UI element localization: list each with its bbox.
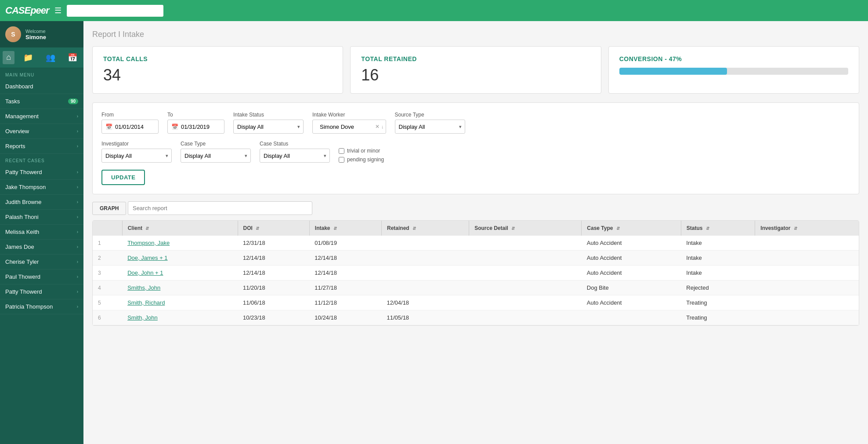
status-cell: Treating bbox=[681, 310, 755, 325]
sidebar-item-james-doe[interactable]: James Doe › bbox=[0, 240, 83, 255]
intake-cell: 11/27/18 bbox=[309, 280, 381, 295]
source-type-label: Source Type bbox=[395, 112, 465, 118]
checkbox-group: trivial or minor pending signing bbox=[339, 148, 384, 163]
page-title: Report I Intake bbox=[92, 30, 859, 39]
source-type-select[interactable]: Display All bbox=[395, 120, 465, 134]
col-intake[interactable]: Intake ⇵ bbox=[309, 221, 381, 236]
dropdown-icon[interactable]: ↓ bbox=[381, 124, 384, 129]
case-type-cell: Auto Accident bbox=[582, 295, 681, 310]
tasks-badge: 90 bbox=[68, 98, 78, 104]
row-num: 6 bbox=[93, 310, 122, 325]
chevron-icon: › bbox=[77, 144, 78, 149]
sidebar-item-dashboard[interactable]: Dashboard bbox=[0, 79, 83, 94]
col-status[interactable]: Status ⇵ bbox=[681, 221, 755, 236]
sidebar-item-paul-thowerd[interactable]: Paul Thowerd › bbox=[0, 269, 83, 284]
sidebar-item-tasks[interactable]: Tasks 90 bbox=[0, 94, 83, 109]
retained-cell bbox=[381, 266, 469, 280]
logo: CASEpeer bbox=[5, 5, 49, 16]
total-retained-value: 16 bbox=[361, 66, 590, 84]
search-report-input[interactable] bbox=[128, 201, 312, 215]
from-date-input[interactable] bbox=[115, 124, 155, 130]
graph-button[interactable]: GRAPH bbox=[92, 202, 126, 215]
user-section: S Welcome Simone bbox=[0, 21, 83, 47]
intake-cell: 10/24/18 bbox=[309, 310, 381, 325]
conversion-label: CONVERSION - 47% bbox=[619, 55, 848, 62]
stats-row: TOTAL CALLS 34 TOTAL RETAINED 16 CONVERS… bbox=[92, 46, 859, 94]
chevron-icon: › bbox=[77, 114, 78, 119]
client-cell[interactable]: Doe, John + 1 bbox=[122, 266, 238, 280]
source-detail-cell bbox=[469, 251, 582, 266]
people-icon[interactable]: 👥 bbox=[42, 51, 59, 64]
total-retained-card: TOTAL RETAINED 16 bbox=[350, 46, 601, 94]
total-calls-value: 34 bbox=[103, 66, 332, 84]
clear-icon[interactable]: ✕ bbox=[375, 124, 380, 130]
folder-icon[interactable]: 📁 bbox=[20, 51, 36, 64]
case-type-cell: Dog Bite bbox=[582, 280, 681, 295]
case-type-cell bbox=[582, 310, 681, 325]
sidebar-item-patty-thowerd-2[interactable]: Patty Thowerd › bbox=[0, 284, 83, 299]
client-cell[interactable]: Smiths, John bbox=[122, 280, 238, 295]
intake-status-select[interactable]: Display All bbox=[233, 120, 304, 134]
sidebar-item-patricia-thompson[interactable]: Patricia Thompson › bbox=[0, 299, 83, 314]
calendar-icon[interactable]: 📅 bbox=[64, 51, 81, 64]
intake-worker-filter: Intake Worker ✕ ↓ bbox=[312, 112, 386, 134]
sidebar-item-judith-browne[interactable]: Judith Browne › bbox=[0, 195, 83, 210]
investigator-cell bbox=[755, 251, 859, 266]
col-case-type[interactable]: Case Type ⇵ bbox=[582, 221, 681, 236]
row-num: 1 bbox=[93, 236, 122, 251]
case-status-select[interactable]: Display All bbox=[260, 149, 330, 163]
table-row: 3 Doe, John + 1 12/14/18 12/14/18 Auto A… bbox=[93, 266, 859, 280]
retained-cell: 12/04/18 bbox=[381, 295, 469, 310]
case-type-select[interactable]: Display All bbox=[181, 149, 251, 163]
table-row: 4 Smiths, John 11/20/18 11/27/18 Dog Bit… bbox=[93, 280, 859, 295]
to-date-input[interactable] bbox=[181, 124, 221, 130]
update-button[interactable]: UPDATE bbox=[101, 170, 145, 185]
sidebar-item-patty-thowerd[interactable]: Patty Thowerd › bbox=[0, 165, 83, 180]
col-investigator[interactable]: Investigator ⇵ bbox=[755, 221, 859, 236]
investigator-cell bbox=[755, 295, 859, 310]
sidebar-item-melissa-keith[interactable]: Melissa Keith › bbox=[0, 225, 83, 240]
case-type-label: Case Type bbox=[181, 141, 251, 147]
sidebar-item-reports[interactable]: Reports › bbox=[0, 139, 83, 154]
sidebar-item-jake-thompson[interactable]: Jake Thompson › bbox=[0, 180, 83, 195]
total-retained-label: TOTAL RETAINED bbox=[361, 55, 590, 62]
source-detail-cell bbox=[469, 280, 582, 295]
doi-cell: 12/14/18 bbox=[238, 266, 309, 280]
sidebar-item-cherise-tyler[interactable]: Cherise Tyler › bbox=[0, 255, 83, 269]
top-bar: CASEpeer ☰ bbox=[0, 0, 868, 21]
progress-bar bbox=[619, 68, 848, 75]
sidebar-item-palash-thoni[interactable]: Palash Thoni › bbox=[0, 210, 83, 225]
client-cell[interactable]: Smith, John bbox=[122, 310, 238, 325]
intake-worker-input[interactable] bbox=[316, 121, 373, 133]
intake-cell: 11/12/18 bbox=[309, 295, 381, 310]
from-label: From bbox=[101, 112, 159, 118]
pending-checkbox[interactable] bbox=[339, 157, 344, 163]
trivial-checkbox-item: trivial or minor bbox=[339, 148, 384, 154]
col-client[interactable]: Client ⇵ bbox=[122, 221, 238, 236]
home-icon[interactable]: ⌂ bbox=[3, 51, 14, 64]
col-retained[interactable]: Retained ⇵ bbox=[381, 221, 469, 236]
filter-row-2: Investigator Display All Case Type Displ… bbox=[101, 141, 850, 163]
sidebar-item-overview[interactable]: Overview › bbox=[0, 124, 83, 139]
sidebar-item-management[interactable]: Management › bbox=[0, 109, 83, 124]
col-doi[interactable]: DOI ⇵ bbox=[238, 221, 309, 236]
investigator-select[interactable]: Display All bbox=[101, 149, 172, 163]
source-detail-cell bbox=[469, 236, 582, 251]
investigator-cell bbox=[755, 310, 859, 325]
trivial-checkbox[interactable] bbox=[339, 148, 344, 154]
table-row: 5 Smith, Richard 11/06/18 11/12/18 12/04… bbox=[93, 295, 859, 310]
filter-row-1: From 📅 To 📅 Intake Status bbox=[101, 112, 850, 134]
client-cell[interactable]: Thompson, Jake bbox=[122, 236, 238, 251]
col-source-detail[interactable]: Source Detail ⇵ bbox=[469, 221, 582, 236]
table-header: Client ⇵ DOI ⇵ Intake ⇵ Retained ⇵ Sourc… bbox=[93, 221, 859, 236]
client-cell[interactable]: Smith, Richard bbox=[122, 295, 238, 310]
hamburger-icon[interactable]: ☰ bbox=[54, 6, 61, 15]
calendar-icon: 📅 bbox=[105, 124, 112, 130]
case-type-filter: Case Type Display All bbox=[181, 141, 251, 163]
investigator-label: Investigator bbox=[101, 141, 172, 147]
client-cell[interactable]: Doe, James + 1 bbox=[122, 251, 238, 266]
to-filter: To 📅 bbox=[167, 112, 224, 134]
row-num: 3 bbox=[93, 266, 122, 280]
table: Client ⇵ DOI ⇵ Intake ⇵ Retained ⇵ Sourc… bbox=[93, 221, 859, 325]
search-input[interactable] bbox=[67, 5, 163, 17]
